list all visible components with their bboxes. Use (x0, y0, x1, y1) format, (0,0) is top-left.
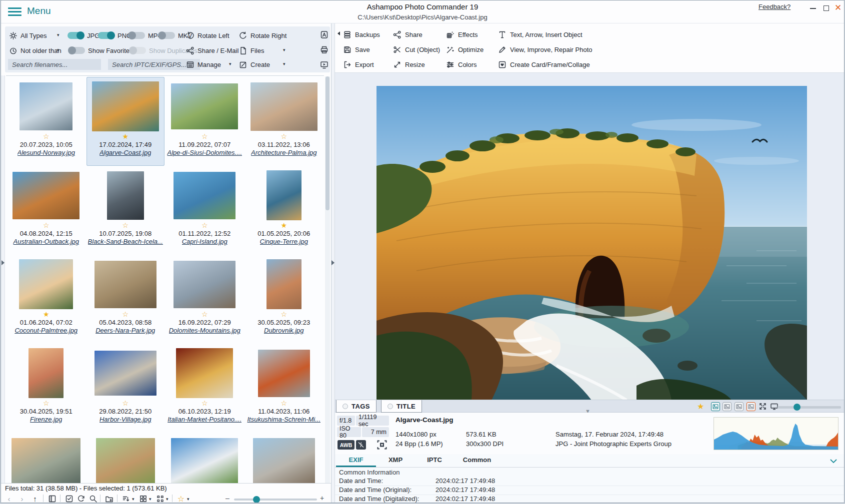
thumbnail-card[interactable]: ★17.02.2024, 17:49Algarve-Coast.jpg (86, 77, 165, 166)
thumbnail-image[interactable] (19, 259, 73, 309)
thumbnail-image[interactable] (20, 82, 72, 130)
jpg-toggle[interactable]: JPG (68, 29, 100, 41)
create-caret-icon[interactable]: ▾ (283, 61, 286, 66)
star-outline-icon[interactable]: ☆ (280, 132, 287, 141)
zoom-slider-thumb[interactable] (253, 496, 260, 503)
cut-object-button[interactable]: Cut (Object) (393, 45, 446, 54)
thumbnail-image[interactable] (174, 261, 236, 308)
photo-algarve-coast[interactable] (376, 86, 807, 400)
thumbnail-image[interactable] (28, 348, 64, 398)
thumbnail-image[interactable] (176, 348, 233, 398)
thumbnail-filename[interactable]: Italian-Market-Positano.... (168, 416, 242, 424)
colors-button[interactable]: Colors (446, 60, 498, 69)
toolbar-collapse-handle[interactable] (338, 31, 340, 35)
print-button[interactable] (318, 43, 330, 55)
optimize-button[interactable]: Optimize (446, 45, 498, 54)
star-outline-icon[interactable]: ☆ (122, 310, 128, 319)
thumbnail-card[interactable]: ☆11.04.2023, 11:06Itsukushima-Schrein-Mi… (245, 344, 324, 433)
thumbnail-card[interactable]: ☆05.04.2023, 08:58Deers-Nara-Park.jpg (86, 255, 165, 344)
thumbnail-card[interactable]: ☆29.08.2022, 21:50Harbor-Village.jpg (86, 344, 165, 433)
thumbnail-card[interactable]: ☆30.05.2025, 09:23Dubrovnik.jpg (245, 255, 324, 344)
thumbnail-image[interactable] (107, 171, 144, 220)
view-improve-repair-button[interactable]: View, Improve, Repair Photo (498, 45, 592, 54)
thumbnail-card[interactable]: ★01.06.2024, 07:02Coconut-Palmtree.jpg (7, 255, 86, 344)
sort-caret-icon[interactable]: ▾ (132, 497, 134, 502)
fullscreen-button[interactable] (758, 402, 768, 411)
zoom-preset-1-button[interactable] (711, 402, 720, 411)
thumbnail-image[interactable] (96, 438, 155, 483)
thumbnail-filename[interactable]: Itsukushima-Schrein-Mi... (247, 416, 320, 424)
thumbnail-card[interactable]: ☆20.07.2023, 10:05Alesund-Norway.jpg (7, 77, 86, 166)
thumbnail-image[interactable] (250, 82, 318, 131)
new-folder-button[interactable] (104, 494, 114, 503)
search-button[interactable] (88, 494, 98, 503)
not-older-caret-icon[interactable]: ▾ (57, 47, 60, 52)
share-email-button[interactable]: Share / E-Mail (186, 44, 238, 56)
slideshow-button[interactable] (318, 58, 330, 70)
view-zoom-thumb[interactable] (794, 404, 800, 411)
thumbnail-filename[interactable]: Capri-Island.jpg (182, 238, 228, 246)
thumbnail-image[interactable] (94, 261, 156, 308)
thumbnail-card[interactable]: ☆06.10.2023, 12:19Italian-Market-Positan… (166, 344, 244, 433)
resize-button[interactable]: Resize (393, 60, 446, 69)
zoom-preset-2-button[interactable] (722, 402, 732, 411)
small-grid-caret-icon[interactable]: ▾ (166, 497, 168, 502)
thumbnail-card[interactable] (166, 433, 244, 483)
thumbnail-image[interactable] (12, 438, 80, 483)
backups-button[interactable]: Backups (343, 30, 393, 39)
export-pdf-button[interactable] (318, 28, 330, 40)
thumbnail-image[interactable] (266, 259, 302, 309)
thumbnail-image[interactable] (253, 438, 315, 483)
create-card-frame-collage-button[interactable]: Create Card/Frame/Collage (498, 60, 592, 69)
feedback-link[interactable]: Feedback? (758, 3, 790, 10)
left-panel-expand-handle[interactable] (2, 260, 4, 265)
tab-common[interactable]: Common (454, 454, 500, 467)
search-filenames-input[interactable] (8, 59, 101, 70)
back-button[interactable]: ‹ (4, 494, 14, 503)
thumbnail-card[interactable]: ☆10.07.2025, 19:08Black-Sand-Beach-Icela… (86, 166, 165, 255)
save-button[interactable]: Save (343, 45, 393, 54)
forward-button[interactable]: › (17, 494, 27, 503)
files-caret-icon[interactable]: ▾ (283, 47, 286, 52)
star-outline-icon[interactable]: ☆ (122, 221, 128, 230)
thumbnail-filename[interactable]: Architecture-Palma.jpg (251, 149, 317, 157)
rotate-right-button[interactable]: Rotate Right (239, 29, 286, 41)
thumbnail-filename[interactable]: Dolomites-Mountains.jpg (169, 327, 240, 335)
thumbnail-card[interactable]: ☆11.09.2022, 07:07Alpe-di-Siusi-Dolomite… (166, 77, 244, 166)
thumbnail-image[interactable] (174, 172, 236, 219)
thumbnail-filename[interactable]: Cinque-Terre.jpg (260, 238, 308, 246)
up-folder-button[interactable]: ↑ (30, 494, 40, 503)
all-types-dropdown[interactable]: All Types (9, 29, 47, 41)
thumbnail-filename[interactable]: Alpe-di-Siusi-Dolomites.... (167, 149, 242, 157)
thumbnail-card[interactable] (7, 433, 86, 483)
thumbnail-image[interactable] (258, 350, 310, 397)
view-zoom-slider[interactable] (778, 406, 841, 409)
star-outline-icon[interactable]: ☆ (202, 132, 208, 141)
thumbnail-card[interactable]: ☆16.09.2022, 07:29Dolomites-Mountains.jp… (166, 255, 244, 344)
tab-iptc[interactable]: IPTC (415, 454, 454, 467)
star-outline-icon[interactable]: ☆ (43, 221, 50, 230)
tab-title[interactable]: TITLE (381, 400, 422, 413)
tab-tags[interactable]: TAGS (336, 400, 376, 413)
favorites-filter-button[interactable]: ☆ (176, 494, 186, 503)
tab-xmp[interactable]: XMP (376, 454, 415, 467)
all-types-caret-icon[interactable]: ▾ (57, 32, 60, 37)
thumbnail-filename[interactable]: Deers-Nara-Park.jpg (96, 327, 155, 335)
close-button[interactable]: ✕ (832, 2, 844, 13)
rotate-left-button[interactable]: Rotate Left (186, 29, 230, 41)
share-button[interactable]: Share (393, 30, 446, 39)
thumbnail-card[interactable] (245, 433, 324, 483)
not-older-than-dropdown[interactable]: Not older than (9, 44, 62, 56)
thumbnail-filename[interactable]: Alesund-Norway.jpg (18, 149, 75, 157)
text-arrow-insert-button[interactable]: Text, Arrow, Insert Object (498, 30, 592, 39)
thumbnail-card[interactable]: ☆01.11.2022, 12:52Capri-Island.jpg (166, 166, 244, 255)
thumbnail-image[interactable] (92, 81, 159, 131)
star-outline-icon[interactable]: ☆ (280, 399, 287, 408)
panel-divider-handle[interactable] (332, 260, 334, 265)
thumbnail-filename[interactable]: Firenze.jpg (30, 416, 62, 424)
thumbnail-zoom-slider[interactable] (234, 499, 317, 501)
create-dropdown[interactable]: Create (239, 58, 270, 70)
metadata-collapse-chevron[interactable] (830, 458, 837, 465)
thumbnail-card[interactable]: ☆30.04.2025, 19:51Firenze.jpg (7, 344, 86, 433)
minimize-button[interactable] (807, 2, 819, 13)
